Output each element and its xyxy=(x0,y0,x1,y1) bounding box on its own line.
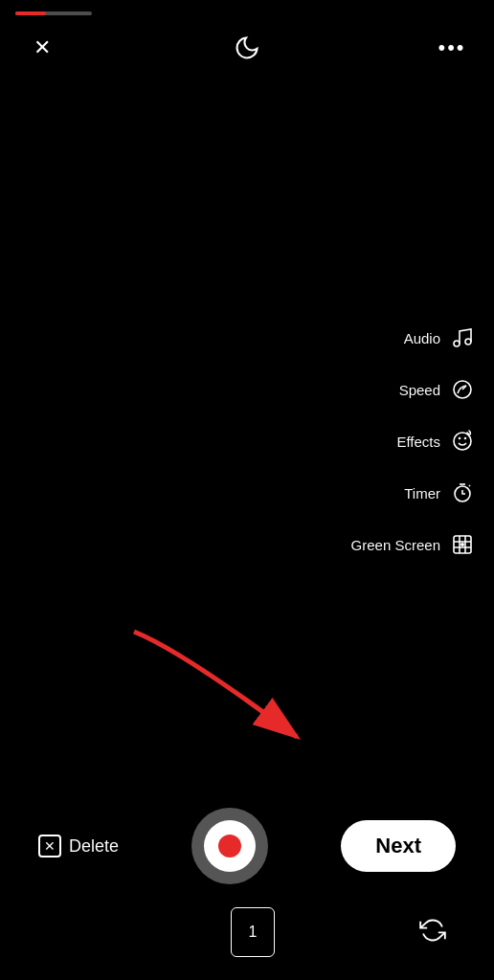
close-icon: ✕ xyxy=(34,35,51,60)
delete-button[interactable]: ✕ Delete xyxy=(38,835,119,858)
speed-control[interactable]: Speed xyxy=(399,377,475,402)
gallery-number: 1 xyxy=(249,924,258,941)
effects-icon xyxy=(450,429,475,454)
green-screen-control[interactable]: Green Screen xyxy=(351,532,475,557)
progress-bar-fill xyxy=(15,11,46,15)
timer-icon xyxy=(450,480,475,505)
audio-control[interactable]: Audio xyxy=(404,325,475,350)
svg-point-1 xyxy=(465,339,471,345)
close-button[interactable]: ✕ xyxy=(23,29,61,67)
progress-bar-container xyxy=(15,11,92,15)
speed-label: Speed xyxy=(399,382,440,398)
effects-label: Effects xyxy=(396,434,440,450)
timer-label: Timer xyxy=(404,485,440,501)
right-controls: Audio Speed Effects xyxy=(351,325,475,557)
record-dot xyxy=(218,835,241,858)
record-inner xyxy=(204,820,256,872)
record-button[interactable] xyxy=(191,808,268,884)
effects-control[interactable]: Effects xyxy=(396,429,475,454)
music-note-icon xyxy=(450,325,475,350)
svg-point-0 xyxy=(454,341,460,346)
flip-camera-icon xyxy=(419,917,446,944)
arrow-svg xyxy=(105,612,354,766)
audio-label: Audio xyxy=(404,330,440,346)
timer-control[interactable]: Timer xyxy=(404,480,475,505)
more-options-button[interactable]: ••• xyxy=(433,29,471,67)
moon-icon xyxy=(234,34,260,61)
speedometer-icon xyxy=(450,377,475,402)
bottom-nav: 1 xyxy=(0,907,494,957)
next-button[interactable]: Next xyxy=(341,820,456,872)
dots-icon: ••• xyxy=(438,35,465,60)
green-screen-label: Green Screen xyxy=(351,537,440,553)
flip-camera-button[interactable] xyxy=(419,917,446,947)
green-screen-icon xyxy=(450,532,475,557)
night-mode-button[interactable] xyxy=(228,29,266,67)
top-toolbar: ✕ ••• xyxy=(0,29,494,67)
arrow-annotation xyxy=(105,612,354,766)
delete-label: Delete xyxy=(69,836,119,857)
gallery-thumbnail[interactable]: 1 xyxy=(231,907,275,957)
delete-icon: ✕ xyxy=(38,835,61,858)
svg-point-3 xyxy=(454,433,471,450)
svg-point-8 xyxy=(460,543,464,546)
bottom-bar: ✕ Delete Next xyxy=(0,808,494,884)
